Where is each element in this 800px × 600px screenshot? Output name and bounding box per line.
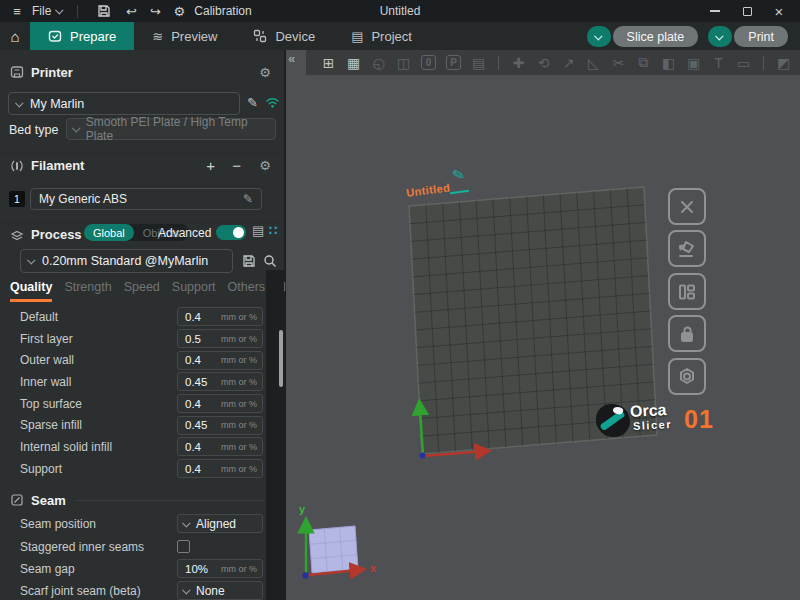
edit-filament-icon[interactable]: ✎ xyxy=(243,193,253,205)
param-input[interactable]: 0.4mm or % xyxy=(177,437,263,456)
seam-position-select[interactable]: Aligned xyxy=(177,514,263,533)
window-maximize-button[interactable] xyxy=(736,2,758,20)
sidebar: Printer ⚙ My Marlin ✎ Bed type Smooth PE… xyxy=(0,50,285,600)
toggle-knob xyxy=(233,227,245,239)
staggered-seams-label: Staggered inner seams xyxy=(20,540,144,554)
compare-presets-icon[interactable]: ∷ xyxy=(269,224,277,237)
tab-device[interactable]: Device xyxy=(235,22,333,50)
save-icon[interactable] xyxy=(97,4,111,18)
filament-section-title: Filament xyxy=(31,158,84,173)
param-input[interactable]: 0.45mm or % xyxy=(177,416,263,435)
tab-preview-label: Preview xyxy=(171,29,217,44)
delete-plate-button[interactable] xyxy=(668,188,706,225)
filament-settings-gear-icon[interactable]: ⚙ xyxy=(259,159,271,172)
print-options-dropdown[interactable] xyxy=(708,26,732,47)
arrange-icon xyxy=(677,282,697,302)
scarf-joint-label: Scarf joint seam (beta) xyxy=(20,584,141,598)
printer-settings-gear-icon[interactable]: ⚙ xyxy=(259,66,271,79)
scarf-joint-row: Scarf joint seam (beta) None xyxy=(0,581,266,600)
logo-text-slicer: Slicer xyxy=(633,418,673,432)
param-row-internal-solid-infill: Internal solid infill 0.4mm or % xyxy=(0,436,266,458)
remove-filament-button[interactable]: − xyxy=(232,158,241,173)
param-label: Top surface xyxy=(20,397,82,411)
mini-plate-thumbnail[interactable] xyxy=(309,526,358,573)
tab-prepare-label: Prepare xyxy=(70,29,116,44)
tab-prepare[interactable]: Prepare xyxy=(30,22,134,50)
auto-orient-plate-button[interactable] xyxy=(668,230,706,267)
staggered-seams-checkbox[interactable] xyxy=(177,540,190,553)
sidebar-scrollbar[interactable] xyxy=(266,270,284,600)
param-row-default: Default 0.4mm or % xyxy=(0,306,266,328)
tab-preview[interactable]: ≋ Preview xyxy=(134,22,235,50)
tab-strength[interactable]: Strength xyxy=(64,280,111,302)
param-input[interactable]: 0.4mm or % xyxy=(177,307,263,326)
slice-plate-button[interactable]: Slice plate xyxy=(613,26,699,47)
process-preset-select[interactable]: 0.20mm Standard @MyMarlin xyxy=(20,249,233,273)
search-presets-icon[interactable] xyxy=(263,254,277,268)
filament-slot-number[interactable]: 1 xyxy=(9,191,25,207)
chevron-down-icon xyxy=(15,99,23,107)
calibration-menu[interactable]: Calibration xyxy=(194,4,251,18)
param-input[interactable]: 0.45mm or % xyxy=(177,372,263,391)
mini-origin-marker xyxy=(302,572,308,578)
filament-section-header: Filament + − ⚙ xyxy=(0,153,285,175)
advanced-toggle[interactable] xyxy=(216,225,246,240)
staggered-seams-row: Staggered inner seams xyxy=(0,537,266,556)
device-icon xyxy=(253,29,267,43)
filament-icon xyxy=(9,159,25,173)
filament-preset-select[interactable]: My Generic ABS ✎ xyxy=(30,188,262,210)
param-label: Internal solid infill xyxy=(20,440,112,454)
scarf-joint-value: None xyxy=(196,584,225,598)
file-menu[interactable]: File xyxy=(32,4,51,18)
close-icon xyxy=(677,197,697,217)
param-label: Inner wall xyxy=(20,375,71,389)
param-label: First layer xyxy=(20,332,73,346)
minimize-icon xyxy=(710,10,720,12)
save-preset-icon[interactable] xyxy=(242,254,256,268)
scope-global-button[interactable]: Global xyxy=(84,224,134,241)
param-label: Outer wall xyxy=(20,353,74,367)
tab-support[interactable]: Support xyxy=(172,280,216,302)
seam-section-header[interactable]: Seam xyxy=(0,490,285,510)
param-row-first-layer: First layer 0.5mm or % xyxy=(0,328,266,350)
edit-printer-icon[interactable]: ✎ xyxy=(247,96,258,109)
scrollbar-thumb[interactable] xyxy=(279,330,283,387)
add-filament-button[interactable]: + xyxy=(206,158,215,173)
param-row-sparse-infill: Sparse infill 0.45mm or % xyxy=(0,414,266,436)
chevron-down-icon xyxy=(27,256,35,264)
seam-gap-input[interactable]: 10%mm or % xyxy=(177,559,263,578)
tab-quality[interactable]: Quality xyxy=(10,280,52,302)
printer-preset-select[interactable]: My Marlin xyxy=(8,92,240,115)
wifi-icon[interactable] xyxy=(265,96,280,109)
plate-settings-button[interactable] xyxy=(668,358,706,395)
window-close-button[interactable]: × xyxy=(768,2,790,20)
orca-slicer-window: ≡ File ↩ ↪ ⚙ Calibration Untitled × ⌂ xyxy=(0,0,800,600)
file-menu-chevron-icon[interactable] xyxy=(55,6,63,14)
scarf-joint-select[interactable]: None xyxy=(177,581,263,600)
build-plate-canvas[interactable] xyxy=(286,50,800,600)
slice-options-dropdown[interactable] xyxy=(587,26,611,47)
hamburger-menu-icon[interactable]: ≡ xyxy=(8,5,26,18)
bed-type-select[interactable]: Smooth PEI Plate / High Temp Plate xyxy=(66,118,276,140)
lock-plate-button[interactable] xyxy=(668,315,706,352)
tab-speed[interactable]: Speed xyxy=(124,280,160,302)
calibration-gear-icon[interactable]: ⚙ xyxy=(170,5,188,18)
print-button[interactable]: Print xyxy=(734,26,788,47)
param-input[interactable]: 0.4mm or % xyxy=(177,459,263,478)
param-input[interactable]: 0.4mm or % xyxy=(177,351,263,370)
undo-icon[interactable]: ↩ xyxy=(122,5,140,18)
param-row-inner-wall: Inner wall 0.45mm or % xyxy=(0,371,266,393)
tab-others[interactable]: Others xyxy=(228,280,266,302)
param-label: Support xyxy=(20,462,62,476)
window-minimize-button[interactable] xyxy=(704,2,726,20)
param-input[interactable]: 0.4mm or % xyxy=(177,394,263,413)
param-input[interactable]: 0.5mm or % xyxy=(177,329,263,348)
parameter-table-icon[interactable]: ▤ xyxy=(252,224,264,237)
tab-project[interactable]: ▤ Project xyxy=(333,22,430,50)
home-button[interactable]: ⌂ xyxy=(0,29,30,44)
redo-icon[interactable]: ↪ xyxy=(146,5,164,18)
viewport-3d[interactable]: « ⊞▦◵◫0P▤✚⟲↗◺✂⧉◧▣T▭◩ xyxy=(286,50,800,600)
plate-number: 01 xyxy=(684,405,714,434)
seam-section-title: Seam xyxy=(31,493,66,508)
arrange-plate-button[interactable] xyxy=(668,273,706,310)
